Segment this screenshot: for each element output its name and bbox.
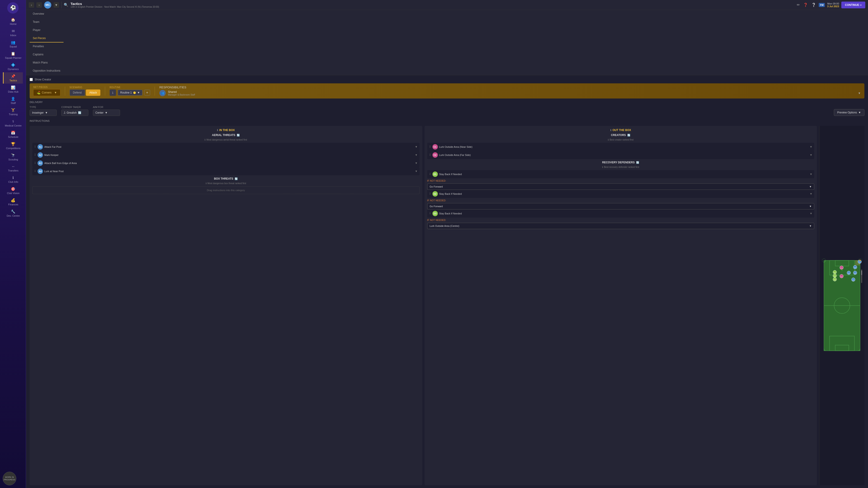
routine-status-icon: 🟡: [133, 92, 136, 94]
inst-expand-icon[interactable]: ▼: [810, 192, 812, 195]
if-not-select[interactable]: Go Forward▼: [427, 203, 814, 209]
sidebar-item-dynamics[interactable]: 💠Dynamics: [3, 61, 23, 72]
if-not-select[interactable]: Lurk Outside Area (Centre)▼: [427, 223, 814, 229]
inst-expand-icon[interactable]: ▼: [810, 145, 812, 149]
sidebar-nav: 🏠Home✉Inbox👥Squad📋Squad Planner💠Dynamics…: [3, 16, 23, 219]
svg-text:C2: C2: [840, 276, 842, 278]
sp-type-dropdown-icon: ▼: [54, 91, 57, 94]
in-the-box-col: ℹ IN THE BOX AERIAL THREATS 🔄 ℹ Most dan…: [30, 126, 422, 485]
inst-expand-icon[interactable]: ▼: [415, 162, 418, 165]
sidebar-label-training: Training: [9, 113, 18, 116]
help-icon[interactable]: ❔: [811, 2, 817, 8]
instructions-area: ℹ IN THE BOX AERIAL THREATS 🔄 ℹ Most dan…: [30, 126, 864, 485]
title-block: Tactics 13th in English Premier Division…: [70, 2, 794, 8]
creators-subtitle: ℹ Best creator ranked first: [427, 138, 814, 141]
svg-text:D3: D3: [834, 279, 836, 281]
sidebar-item-squad-planner[interactable]: 📋Squad Planner: [3, 50, 23, 61]
drag-handle[interactable]: ⠿: [429, 212, 431, 215]
sidebar-item-club-info[interactable]: ℹClub Info: [3, 174, 23, 185]
page-title: Tactics: [70, 2, 794, 6]
sidebar-item-finances[interactable]: 💰Finances: [3, 196, 23, 207]
continue-button[interactable]: CONTINUE ››: [841, 2, 865, 8]
sidebar-item-tactics[interactable]: 📌Tactics: [3, 72, 23, 84]
sp-type-button[interactable]: ⛳ Corners ▼: [33, 89, 60, 96]
routine-number: 1: [110, 90, 116, 96]
subnav-item-opposition[interactable]: Opposition Instructions: [30, 67, 64, 75]
subnav-item-player[interactable]: Player: [30, 26, 64, 34]
preview-options-button[interactable]: Preview Options ▼: [834, 109, 864, 116]
subnav-item-set-pieces[interactable]: Set Pieces: [30, 34, 64, 42]
drag-handle[interactable]: ⠿: [34, 145, 36, 149]
schedule-icon: 📅: [11, 131, 16, 135]
nav-forward-button[interactable]: ›: [36, 2, 42, 8]
subnav-items: OverviewTeamPlayerSet PiecesPenaltiesCap…: [30, 10, 64, 75]
inst-expand-icon[interactable]: ▼: [415, 145, 418, 149]
inst-expand-icon[interactable]: ▼: [810, 173, 812, 176]
routine-select[interactable]: Routine 1 🟡 ▼: [118, 90, 143, 96]
sidebar-item-scouting[interactable]: 🔭Scouting: [3, 151, 23, 163]
edit-icon[interactable]: ✏: [796, 2, 801, 8]
sidebar-item-schedule[interactable]: 📅Schedule: [3, 129, 23, 140]
aim-for-select[interactable]: Center ▼: [93, 109, 120, 116]
box-threats-title: BOX THREATS 🔄: [32, 177, 420, 180]
drag-handle[interactable]: ⠿: [34, 162, 36, 165]
drag-handle[interactable]: ⠿: [429, 173, 431, 176]
type-select[interactable]: Inswinger ▼: [30, 109, 57, 116]
subnav-item-captains[interactable]: Captains: [30, 51, 64, 59]
main-content: ‹ › MC ▼ 🔍 Tactics 13th in English Premi…: [26, 0, 868, 488]
drag-handle[interactable]: ⠿: [429, 145, 431, 149]
sidebar-item-squad[interactable]: 👥Squad: [3, 38, 23, 50]
svg-point-8: [842, 270, 842, 271]
drag-handle[interactable]: ⠿: [429, 192, 431, 195]
delivery-title: DELIVERY: [30, 101, 864, 103]
aim-for-value: Center: [95, 111, 103, 114]
routine-add-button[interactable]: +: [144, 90, 150, 96]
sidebar-item-home[interactable]: 🏠Home: [3, 16, 23, 27]
sp-scenario-label: SCENARIO: [70, 86, 100, 89]
sidebar-item-inbox[interactable]: ✉Inbox: [3, 27, 23, 38]
show-creator-checkbox[interactable]: [30, 78, 33, 81]
svg-text:D1: D1: [834, 272, 836, 273]
recovery-defenders-title: RECOVERY DEFENDERS 🔄: [427, 161, 814, 164]
sidebar-item-staff[interactable]: 👤Staff: [3, 95, 23, 106]
list-item: ⠿ D3 Stay Back If Needed ▼ IF NOT NEEDED…: [427, 209, 814, 229]
sidebar-label-dev-centre: Dev. Centre: [7, 215, 20, 217]
sidebar-item-club-vision[interactable]: 🎯Club Vision: [3, 185, 23, 196]
subnav-item-match-plans[interactable]: Match Plans: [30, 59, 64, 67]
inst-expand-icon[interactable]: ▼: [415, 170, 418, 173]
preview-options-label: Preview Options: [837, 111, 857, 114]
inst-expand-icon[interactable]: ▼: [810, 153, 812, 157]
aerial-refresh-icon[interactable]: 🔄: [237, 134, 240, 137]
instructions-title: INSTRUCTIONS: [30, 118, 864, 124]
inst-expand-icon[interactable]: ▼: [415, 153, 418, 157]
nav-back-button[interactable]: ‹: [29, 2, 34, 8]
if-not-select[interactable]: Go Forward▼: [427, 184, 814, 190]
sidebar-item-medical[interactable]: ⚕Medical Centre: [3, 118, 23, 129]
sidebar-item-competitions[interactable]: 🏆Competitions: [3, 140, 23, 151]
box-refresh-icon[interactable]: 🔄: [235, 177, 238, 180]
inst-label: Attack Far Post: [44, 145, 414, 148]
sp-type-label: SET PIECES: [33, 86, 60, 88]
corner-taker-select[interactable]: J. Grealish 🔄: [61, 109, 88, 116]
recovery-refresh-icon[interactable]: 🔄: [636, 161, 639, 164]
dev-centre-icon: 🔧: [11, 209, 16, 214]
team-dropdown-button[interactable]: ▼: [54, 2, 59, 8]
drag-handle[interactable]: ⠿: [34, 170, 36, 173]
drag-handle[interactable]: ⠿: [34, 153, 36, 157]
drag-handle[interactable]: ⠿: [429, 153, 431, 157]
sidebar-item-transfers[interactable]: ↔Transfers: [3, 163, 23, 174]
subnav-item-penalties[interactable]: Penalties: [30, 42, 64, 51]
scenario-defend-button[interactable]: Defend: [70, 90, 85, 96]
subnav-item-team[interactable]: Team: [30, 18, 64, 26]
subnav-item-overview[interactable]: Overview: [30, 10, 64, 18]
sidebar-item-training[interactable]: 🏋Training: [3, 106, 23, 118]
scenario-attack-button[interactable]: Attack: [86, 90, 100, 96]
recovery-list: ⠿ D1 Stay Back If Needed ▼ IF NOT NEEDED…: [427, 170, 814, 229]
sidebar-item-data-hub[interactable]: 📊Data Hub: [3, 84, 23, 95]
creators-refresh-icon[interactable]: 🔄: [627, 134, 630, 137]
sidebar-item-dev-centre[interactable]: 🔧Dev. Centre: [3, 207, 23, 219]
info-icon[interactable]: ❓: [802, 2, 809, 8]
subnav: OverviewTeamPlayerSet PiecesPenaltiesCap…: [26, 10, 868, 75]
inst-expand-icon[interactable]: ▼: [810, 212, 812, 215]
sidebar-label-squad: Squad: [10, 45, 17, 48]
